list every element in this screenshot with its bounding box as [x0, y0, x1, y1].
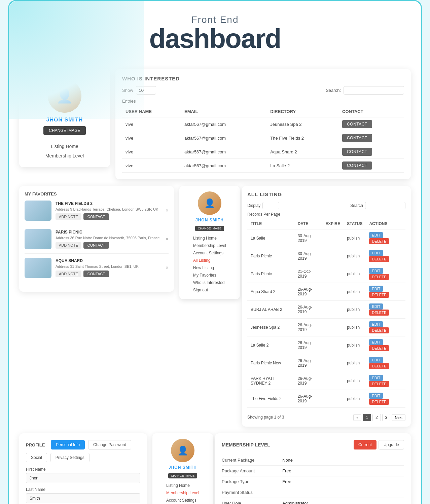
header-title: dashboard [19, 25, 411, 52]
who-contact-button[interactable]: CONTACT [342, 148, 372, 156]
mem-val: Free [282, 479, 291, 484]
mini-profile-card-2: 👤 JHON SMITH CHANGE IMAGE Listing HomeMe… [152, 433, 213, 504]
search-listing-input[interactable] [365, 202, 405, 209]
outer-card: Front End dashboard 👤 JHON SMITH CHANGE … [8, 0, 422, 504]
fav-name: THE FIVE FIELDS 2 [56, 201, 162, 206]
lt-date: 21-Oct-2019 [294, 265, 322, 283]
display-row: Display Search [247, 202, 405, 209]
settings-form: First NameLast NamePhone NumberMobile Nu… [26, 467, 140, 504]
lt-actions: EDIT DELETE [366, 336, 405, 354]
field-first-name[interactable] [26, 473, 140, 483]
who-contact-button[interactable]: CONTACT [342, 134, 372, 142]
mini-change-image[interactable]: CHANGE IMAGE [195, 226, 224, 231]
tab-social[interactable]: Social [26, 453, 47, 462]
who-directory: The Five Fields 2 [267, 131, 339, 145]
fav-contact-button[interactable]: CONTACT [83, 242, 109, 249]
tab-privacy-settings[interactable]: Privacy Settings [50, 453, 89, 462]
delete-button[interactable]: DELETE [369, 363, 389, 369]
edit-button[interactable]: EDIT [369, 357, 383, 363]
fav-remove-button[interactable]: × [166, 208, 169, 214]
who-email: aktar567@gmail.com [181, 117, 267, 131]
mini-avatar: 👤 [198, 191, 221, 215]
mini-nav-item-listing-home[interactable]: Listing Home [193, 235, 226, 242]
search-input[interactable] [344, 86, 404, 95]
showing-text: Showing page 1 of 3 [247, 415, 284, 420]
edit-button[interactable]: EDIT [369, 339, 383, 345]
page-3-button[interactable]: 3 [382, 414, 391, 421]
profile-nav: Listing Home Membership Level [45, 142, 84, 160]
fav-image-inner [25, 258, 51, 278]
who-contact-button[interactable]: CONTACT [342, 161, 372, 170]
mini-nav-item-membership-level[interactable]: Membership Level [193, 242, 226, 249]
add-note-button[interactable]: ADD NOTE [56, 271, 81, 277]
lt-col-expire: EXPIRE [322, 219, 344, 229]
lt-date: 26-Aug-2019 [294, 390, 322, 408]
lt-expire [322, 229, 344, 247]
delete-button[interactable]: DELETE [369, 256, 389, 262]
current-button[interactable]: Current [354, 440, 377, 449]
row2: MY FAVORITES THE FIVE FIELDS 2 Address 9… [19, 186, 411, 427]
delete-button[interactable]: DELETE [369, 274, 389, 280]
show-row: Show Search: [122, 86, 404, 95]
upgrade-button[interactable]: Upgrade [379, 440, 404, 449]
change-image-button[interactable]: CHANGE IMAGE [43, 126, 85, 135]
lt-date: 30-Aug-2019 [294, 229, 322, 247]
next-button[interactable]: Next [392, 414, 405, 421]
lt-title: Paris Picnic [247, 247, 294, 265]
mini-nav-mem-item-listing-home[interactable]: Listing Home [166, 482, 199, 489]
favorite-item: AQUA SHARD Address 31 Saint Thomas Stree… [25, 258, 169, 282]
edit-button[interactable]: EDIT [369, 268, 383, 274]
mini-nav-mem-item-account-settings[interactable]: Account Settings [166, 497, 199, 504]
mem-val: None [282, 458, 293, 463]
edit-button[interactable]: EDIT [369, 232, 383, 238]
all-listing-title: All Listing [247, 191, 405, 197]
mini-nav-mem-item-membership-level[interactable]: Membership Level [166, 489, 199, 497]
fav-remove-button[interactable]: × [166, 236, 169, 242]
profile-settings-panel: PROFILE Personal Info Change Password So… [19, 433, 147, 504]
edit-button[interactable]: EDIT [369, 321, 383, 327]
add-note-button[interactable]: ADD NOTE [56, 213, 81, 220]
tab-personal-info[interactable]: Personal Info [51, 440, 85, 449]
field-last-name[interactable] [26, 493, 140, 503]
edit-button[interactable]: EDIT [369, 286, 383, 292]
search-listing-label: Search [350, 203, 363, 208]
fav-remove-button[interactable]: × [166, 265, 169, 271]
add-note-button[interactable]: ADD NOTE [56, 242, 81, 249]
fav-contact-button[interactable]: CONTACT [83, 271, 109, 277]
delete-button[interactable]: DELETE [369, 399, 389, 405]
fav-contact-button[interactable]: CONTACT [83, 213, 109, 220]
mini-change-image-2[interactable]: CHANGE IMAGE [168, 473, 197, 478]
mini-nav-item-my-favorites[interactable]: My Favorites [193, 272, 226, 279]
mini-nav-item-who-is-interested[interactable]: Who is Interested [193, 279, 226, 286]
delete-button[interactable]: DELETE [369, 381, 389, 387]
prev-button[interactable]: « [353, 414, 361, 421]
delete-button[interactable]: DELETE [369, 327, 389, 333]
tab-change-password[interactable]: Change Password [88, 440, 131, 449]
favorites-list: THE FIVE FIELDS 2 Address 9 Blacklands T… [25, 201, 169, 282]
edit-button[interactable]: EDIT [369, 375, 383, 381]
lt-date: 26-Aug-2019 [294, 283, 322, 301]
page-1-button[interactable]: 1 [363, 414, 371, 421]
mini-nav-item-account-settings[interactable]: Account Settings [193, 249, 226, 257]
mini-nav-item-new-listing[interactable]: New Listing [193, 264, 226, 272]
nav-membership[interactable]: Membership Level [45, 151, 84, 160]
nav-listing-home[interactable]: Listing Home [45, 142, 84, 151]
display-input[interactable] [262, 202, 279, 209]
page-2-button[interactable]: 2 [372, 414, 381, 421]
lt-col-date: DATE [294, 219, 322, 229]
lt-actions: EDIT DELETE [366, 229, 405, 247]
edit-button[interactable]: EDIT [369, 393, 383, 399]
delete-button[interactable]: DELETE [369, 238, 389, 244]
delete-button[interactable]: DELETE [369, 310, 389, 316]
edit-button[interactable]: EDIT [369, 303, 383, 310]
lt-col-title: TITLE [247, 219, 294, 229]
delete-button[interactable]: DELETE [369, 292, 389, 298]
who-email: aktar567@gmail.com [181, 145, 267, 159]
mini-nav-item-sign-out[interactable]: Sign out [193, 286, 226, 294]
mini-nav-item-all-listing[interactable]: All Listing [193, 257, 226, 264]
edit-button[interactable]: EDIT [369, 250, 383, 256]
who-contact-button[interactable]: CONTACT [342, 120, 372, 128]
fav-image [25, 229, 51, 249]
delete-button[interactable]: DELETE [369, 345, 389, 351]
mem-key: Package Amount [222, 468, 282, 473]
